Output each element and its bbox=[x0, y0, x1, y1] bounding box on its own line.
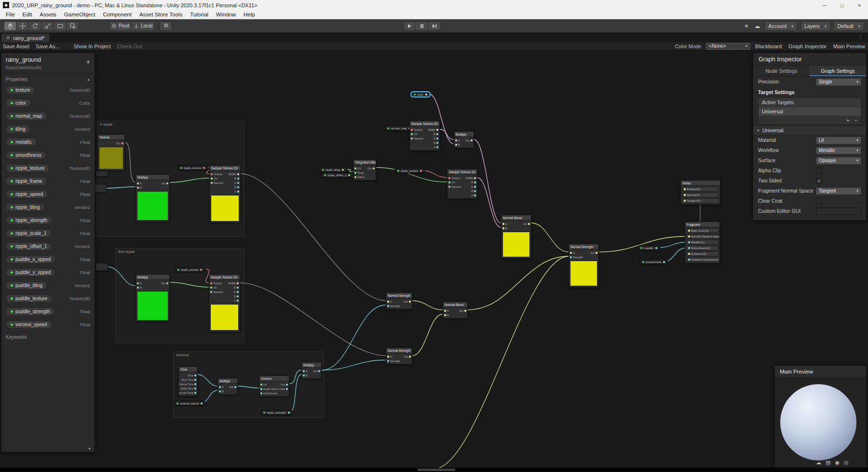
input-port[interactable] bbox=[688, 230, 690, 232]
console-status-icon[interactable]: ◎ bbox=[844, 459, 849, 466]
output-port[interactable] bbox=[194, 392, 196, 394]
layers-dropdown[interactable]: Layers bbox=[800, 21, 830, 31]
add-property-button[interactable] bbox=[86, 59, 90, 65]
output-port[interactable] bbox=[201, 403, 203, 404]
scroll-down-icon[interactable] bbox=[88, 447, 91, 450]
target-universal[interactable]: Universal bbox=[759, 107, 861, 116]
clear-coat-checkbox[interactable] bbox=[816, 198, 822, 204]
input-port[interactable] bbox=[570, 256, 572, 258]
input-port[interactable] bbox=[137, 282, 139, 284]
property-voronoi_speed[interactable]: voronoi_speedFloat bbox=[1, 318, 95, 331]
node-vertex[interactable]: VertexPosition(3)Normal(3)Tangent(3) bbox=[680, 180, 720, 205]
menu-file[interactable]: File bbox=[2, 11, 19, 18]
node-sample-texture-2d[interactable]: Sample Texture 2DTextureUVSamplerRGBARGB… bbox=[447, 169, 477, 199]
output-port[interactable] bbox=[166, 282, 168, 284]
input-port[interactable] bbox=[211, 173, 213, 175]
output-port[interactable] bbox=[237, 178, 239, 180]
input-port[interactable] bbox=[137, 187, 139, 189]
menu-gameobject[interactable]: GameObject bbox=[60, 11, 99, 18]
input-port[interactable] bbox=[502, 227, 504, 229]
menu-window[interactable]: Window bbox=[212, 11, 240, 18]
account-dropdown[interactable]: Account bbox=[764, 21, 797, 31]
output-port[interactable] bbox=[436, 142, 438, 144]
node-sample-texture-2d[interactable]: Sample Texture 2DTextureUVSamplerRGBARGB… bbox=[209, 274, 240, 332]
property-node-ripple-strength[interactable]: ripple_strength bbox=[260, 410, 293, 415]
play-button[interactable] bbox=[403, 21, 416, 31]
menu-help[interactable]: Help bbox=[240, 11, 259, 18]
output-port[interactable] bbox=[474, 190, 476, 192]
input-port[interactable] bbox=[455, 144, 457, 146]
output-port[interactable] bbox=[237, 300, 239, 302]
node-normal-blend[interactable]: Normal BlendABOut bbox=[501, 215, 531, 259]
input-port[interactable] bbox=[570, 252, 572, 254]
node-sample-texture-2d[interactable]: Sample Texture 2DTextureUVSamplerRGBARGB… bbox=[409, 121, 440, 151]
input-port[interactable] bbox=[448, 186, 450, 188]
output-port[interactable] bbox=[194, 383, 196, 385]
node-multiply[interactable]: MultiplyABOut bbox=[454, 131, 474, 148]
taskbar-item[interactable] bbox=[418, 469, 455, 471]
output-port[interactable] bbox=[436, 138, 438, 139]
property-normal_map[interactable]: normal_mapTexture2D bbox=[1, 110, 95, 123]
node-texture[interactable]: TextureOut bbox=[97, 134, 125, 171]
input-port[interactable] bbox=[455, 139, 457, 141]
input-port[interactable] bbox=[684, 194, 686, 196]
output-port[interactable] bbox=[663, 261, 665, 263]
output-port[interactable] bbox=[342, 169, 344, 171]
output-port[interactable] bbox=[348, 174, 350, 176]
output-port[interactable] bbox=[237, 186, 239, 188]
cloud-icon[interactable]: ☁ bbox=[753, 23, 761, 29]
output-port[interactable] bbox=[409, 356, 411, 358]
output-port[interactable] bbox=[318, 370, 320, 372]
input-port[interactable] bbox=[688, 253, 690, 255]
render-settings-icon[interactable]: ☀ bbox=[743, 23, 750, 29]
output-port[interactable] bbox=[436, 146, 438, 148]
scale-tool[interactable] bbox=[41, 21, 54, 31]
input-port[interactable] bbox=[411, 129, 413, 131]
node-multiply[interactable]: MultiplyABOut bbox=[217, 378, 238, 395]
transform-tool[interactable] bbox=[67, 21, 79, 31]
input-port[interactable] bbox=[688, 241, 690, 243]
input-port[interactable] bbox=[137, 287, 139, 289]
node-voronoi[interactable]: VoronoiUVAngle OffsetCell DensityOutCell… bbox=[259, 375, 289, 397]
output-port[interactable] bbox=[596, 252, 597, 254]
output-port[interactable] bbox=[474, 177, 476, 179]
collab-icon[interactable]: ◉ bbox=[835, 459, 840, 466]
output-port[interactable] bbox=[471, 139, 473, 141]
input-port[interactable] bbox=[387, 356, 389, 358]
property-color[interactable]: colorColor bbox=[1, 97, 95, 110]
output-port[interactable] bbox=[528, 223, 530, 225]
output-port[interactable] bbox=[409, 301, 411, 303]
blackboard-toggle-button[interactable]: Blackboard bbox=[755, 43, 782, 49]
output-port[interactable] bbox=[237, 182, 239, 184]
input-port[interactable] bbox=[684, 200, 686, 202]
input-port[interactable] bbox=[210, 287, 212, 289]
output-port[interactable] bbox=[436, 133, 438, 135]
node-multiply[interactable]: MultiplyABOut bbox=[301, 362, 322, 379]
maximize-button[interactable]: □ bbox=[833, 0, 851, 10]
input-port[interactable] bbox=[411, 138, 413, 139]
graph-inspector-toggle-button[interactable]: Graph Inspector bbox=[788, 43, 827, 49]
custom-editor-gui-field[interactable] bbox=[816, 208, 861, 215]
property-puddle_strength[interactable]: puddle_strengthFloat bbox=[1, 305, 95, 318]
output-port[interactable] bbox=[194, 379, 196, 381]
output-port[interactable] bbox=[425, 94, 427, 96]
input-port[interactable] bbox=[354, 167, 356, 169]
property-tiling[interactable]: tilingVector2 bbox=[1, 123, 95, 136]
step-button[interactable] bbox=[428, 21, 441, 31]
node-multiply[interactable]: MultiplyABOut bbox=[136, 274, 170, 322]
output-port[interactable] bbox=[200, 269, 202, 271]
input-port[interactable] bbox=[211, 178, 213, 180]
menu-assets[interactable]: Assets bbox=[36, 11, 60, 18]
property-puddle_texture[interactable]: puddle_textureTexture2D bbox=[1, 292, 95, 305]
node-normal-strength[interactable]: Normal StrengthInStrengthOut bbox=[386, 347, 412, 364]
input-port[interactable] bbox=[219, 390, 221, 392]
property-ripple_strength[interactable]: ripple_strengthFloat bbox=[1, 214, 95, 227]
input-port[interactable] bbox=[444, 310, 446, 312]
input-port[interactable] bbox=[387, 360, 389, 362]
two-sided-checkbox[interactable]: ✓ bbox=[816, 178, 822, 184]
node-multiply[interactable]: MultiplyABOut bbox=[136, 174, 170, 222]
property-node-color[interactable]: color bbox=[411, 92, 430, 97]
save-asset-button[interactable]: Save Asset bbox=[3, 43, 29, 49]
input-port[interactable] bbox=[260, 388, 262, 390]
property-puddle_x_spped[interactable]: puddle_x_sppedFloat bbox=[1, 253, 95, 266]
